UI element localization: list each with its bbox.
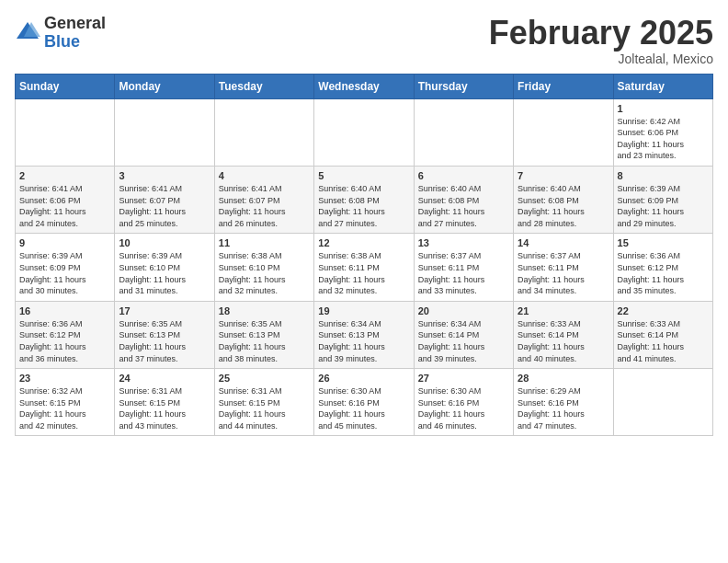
calendar-table: SundayMondayTuesdayWednesdayThursdayFrid… <box>15 74 713 437</box>
day-info: Sunrise: 6:34 AM Sunset: 6:13 PM Dayligh… <box>318 318 409 364</box>
day-info: Sunrise: 6:33 AM Sunset: 6:14 PM Dayligh… <box>618 318 709 364</box>
calendar-cell <box>214 98 313 166</box>
day-number: 26 <box>318 373 409 384</box>
day-info: Sunrise: 6:41 AM Sunset: 6:06 PM Dayligh… <box>19 183 110 229</box>
calendar-cell: 16Sunrise: 6:36 AM Sunset: 6:12 PM Dayli… <box>16 301 115 368</box>
calendar-cell <box>314 98 414 166</box>
calendar-cell: 7Sunrise: 6:40 AM Sunset: 6:08 PM Daylig… <box>514 166 613 233</box>
calendar-cell: 14Sunrise: 6:37 AM Sunset: 6:11 PM Dayli… <box>514 234 613 301</box>
page-header: General Blue February 2025 Joltealal, Me… <box>15 15 713 66</box>
day-number: 22 <box>618 305 709 316</box>
weekday-header-monday: Monday <box>115 74 214 98</box>
day-number: 9 <box>19 237 110 248</box>
calendar-cell: 19Sunrise: 6:34 AM Sunset: 6:13 PM Dayli… <box>314 301 414 368</box>
day-info: Sunrise: 6:35 AM Sunset: 6:13 PM Dayligh… <box>119 318 210 364</box>
logo-blue-text: Blue <box>44 32 80 51</box>
calendar-cell: 8Sunrise: 6:39 AM Sunset: 6:09 PM Daylig… <box>613 166 712 233</box>
day-number: 7 <box>518 170 609 181</box>
day-info: Sunrise: 6:41 AM Sunset: 6:07 PM Dayligh… <box>119 183 210 229</box>
day-info: Sunrise: 6:39 AM Sunset: 6:09 PM Dayligh… <box>19 250 110 296</box>
calendar-cell: 12Sunrise: 6:38 AM Sunset: 6:11 PM Dayli… <box>314 234 414 301</box>
day-number: 10 <box>119 237 210 248</box>
calendar-cell <box>613 369 712 436</box>
calendar-title: February 2025 <box>489 15 713 52</box>
day-info: Sunrise: 6:32 AM Sunset: 6:15 PM Dayligh… <box>19 385 110 431</box>
calendar-cell: 22Sunrise: 6:33 AM Sunset: 6:14 PM Dayli… <box>613 301 712 368</box>
calendar-cell: 9Sunrise: 6:39 AM Sunset: 6:09 PM Daylig… <box>16 234 115 301</box>
calendar-cell: 1Sunrise: 6:42 AM Sunset: 6:06 PM Daylig… <box>613 98 712 166</box>
day-number: 1 <box>618 103 709 114</box>
weekday-header-row: SundayMondayTuesdayWednesdayThursdayFrid… <box>16 74 713 98</box>
weekday-header-wednesday: Wednesday <box>314 74 414 98</box>
calendar-cell <box>115 98 214 166</box>
day-number: 17 <box>119 305 210 316</box>
calendar-week-1: 1Sunrise: 6:42 AM Sunset: 6:06 PM Daylig… <box>16 98 713 166</box>
day-info: Sunrise: 6:38 AM Sunset: 6:10 PM Dayligh… <box>219 250 310 296</box>
calendar-cell: 10Sunrise: 6:39 AM Sunset: 6:10 PM Dayli… <box>115 234 214 301</box>
day-number: 18 <box>219 305 310 316</box>
logo-text: General Blue <box>44 15 106 52</box>
day-info: Sunrise: 6:33 AM Sunset: 6:14 PM Dayligh… <box>518 318 609 364</box>
calendar-cell <box>514 98 613 166</box>
day-info: Sunrise: 6:37 AM Sunset: 6:11 PM Dayligh… <box>418 250 509 296</box>
weekday-header-thursday: Thursday <box>414 74 513 98</box>
weekday-header-sunday: Sunday <box>16 74 115 98</box>
day-info: Sunrise: 6:36 AM Sunset: 6:12 PM Dayligh… <box>618 250 709 296</box>
day-info: Sunrise: 6:30 AM Sunset: 6:16 PM Dayligh… <box>318 385 409 431</box>
calendar-cell: 4Sunrise: 6:41 AM Sunset: 6:07 PM Daylig… <box>214 166 313 233</box>
calendar-cell: 21Sunrise: 6:33 AM Sunset: 6:14 PM Dayli… <box>514 301 613 368</box>
logo-general: General <box>44 14 106 32</box>
day-number: 15 <box>618 237 709 248</box>
calendar-week-2: 2Sunrise: 6:41 AM Sunset: 6:06 PM Daylig… <box>16 166 713 233</box>
day-number: 12 <box>318 237 409 248</box>
day-number: 13 <box>418 237 509 248</box>
calendar-cell: 23Sunrise: 6:32 AM Sunset: 6:15 PM Dayli… <box>16 369 115 436</box>
calendar-cell <box>414 98 513 166</box>
day-info: Sunrise: 6:34 AM Sunset: 6:14 PM Dayligh… <box>418 318 509 364</box>
day-info: Sunrise: 6:36 AM Sunset: 6:12 PM Dayligh… <box>19 318 110 364</box>
day-number: 20 <box>418 305 509 316</box>
day-number: 2 <box>19 170 110 181</box>
day-number: 8 <box>618 170 709 181</box>
weekday-header-saturday: Saturday <box>613 74 712 98</box>
day-number: 16 <box>19 305 110 316</box>
calendar-cell: 27Sunrise: 6:30 AM Sunset: 6:16 PM Dayli… <box>414 369 513 436</box>
calendar-week-3: 9Sunrise: 6:39 AM Sunset: 6:09 PM Daylig… <box>16 234 713 301</box>
calendar-cell: 2Sunrise: 6:41 AM Sunset: 6:06 PM Daylig… <box>16 166 115 233</box>
day-info: Sunrise: 6:29 AM Sunset: 6:16 PM Dayligh… <box>518 385 609 431</box>
calendar-cell: 20Sunrise: 6:34 AM Sunset: 6:14 PM Dayli… <box>414 301 513 368</box>
day-info: Sunrise: 6:41 AM Sunset: 6:07 PM Dayligh… <box>219 183 310 229</box>
calendar-cell: 11Sunrise: 6:38 AM Sunset: 6:10 PM Dayli… <box>214 234 313 301</box>
day-number: 5 <box>318 170 409 181</box>
day-number: 21 <box>518 305 609 316</box>
day-info: Sunrise: 6:39 AM Sunset: 6:09 PM Dayligh… <box>618 183 709 229</box>
day-info: Sunrise: 6:42 AM Sunset: 6:06 PM Dayligh… <box>618 116 709 162</box>
day-info: Sunrise: 6:31 AM Sunset: 6:15 PM Dayligh… <box>119 385 210 431</box>
day-info: Sunrise: 6:35 AM Sunset: 6:13 PM Dayligh… <box>219 318 310 364</box>
day-number: 27 <box>418 373 509 384</box>
day-number: 14 <box>518 237 609 248</box>
day-info: Sunrise: 6:40 AM Sunset: 6:08 PM Dayligh… <box>518 183 609 229</box>
calendar-week-5: 23Sunrise: 6:32 AM Sunset: 6:15 PM Dayli… <box>16 369 713 436</box>
day-info: Sunrise: 6:39 AM Sunset: 6:10 PM Dayligh… <box>119 250 210 296</box>
day-number: 23 <box>19 373 110 384</box>
calendar-cell: 18Sunrise: 6:35 AM Sunset: 6:13 PM Dayli… <box>214 301 313 368</box>
calendar-cell: 26Sunrise: 6:30 AM Sunset: 6:16 PM Dayli… <box>314 369 414 436</box>
title-block: February 2025 Joltealal, Mexico <box>489 15 713 66</box>
day-number: 4 <box>219 170 310 181</box>
day-info: Sunrise: 6:37 AM Sunset: 6:11 PM Dayligh… <box>518 250 609 296</box>
day-info: Sunrise: 6:38 AM Sunset: 6:11 PM Dayligh… <box>318 250 409 296</box>
calendar-cell: 13Sunrise: 6:37 AM Sunset: 6:11 PM Dayli… <box>414 234 513 301</box>
day-number: 11 <box>219 237 310 248</box>
day-info: Sunrise: 6:40 AM Sunset: 6:08 PM Dayligh… <box>418 183 509 229</box>
calendar-cell: 15Sunrise: 6:36 AM Sunset: 6:12 PM Dayli… <box>613 234 712 301</box>
logo: General Blue <box>15 15 106 52</box>
calendar-cell: 28Sunrise: 6:29 AM Sunset: 6:16 PM Dayli… <box>514 369 613 436</box>
weekday-header-friday: Friday <box>514 74 613 98</box>
day-number: 25 <box>219 373 310 384</box>
day-info: Sunrise: 6:30 AM Sunset: 6:16 PM Dayligh… <box>418 385 509 431</box>
calendar-cell: 6Sunrise: 6:40 AM Sunset: 6:08 PM Daylig… <box>414 166 513 233</box>
day-number: 3 <box>119 170 210 181</box>
day-info: Sunrise: 6:31 AM Sunset: 6:15 PM Dayligh… <box>219 385 310 431</box>
day-number: 19 <box>318 305 409 316</box>
